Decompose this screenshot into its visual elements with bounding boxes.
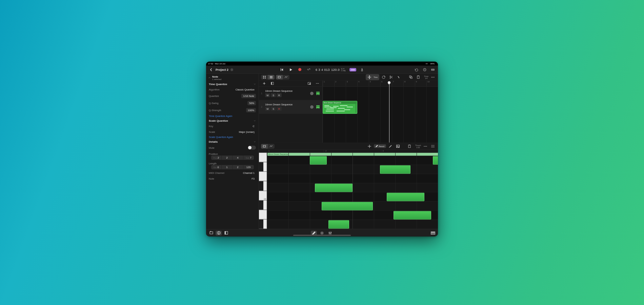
scale-quantize-again-button[interactable]: Scale Quantize Again [206, 135, 259, 139]
metronome-button[interactable] [359, 66, 365, 73]
trim-tool-segment[interactable]: Trim [366, 74, 379, 80]
go-to-start-button[interactable] [279, 66, 285, 73]
photo-tool-button[interactable] [395, 143, 401, 149]
back-button[interactable] [208, 66, 214, 73]
midi-note[interactable] [315, 184, 353, 192]
piano-more-button[interactable] [422, 143, 428, 149]
view-list-button[interactable] [268, 75, 275, 79]
label-scale: Scale [209, 130, 215, 134]
row-scale[interactable]: Scale Major (Ionian) [206, 129, 259, 135]
piano-rect-view-button[interactable] [261, 144, 268, 148]
piano-view-segment[interactable] [261, 144, 275, 148]
piano-keyboard[interactable]: C3 [259, 153, 267, 229]
svg-rect-13 [270, 76, 273, 77]
thresh-display[interactable]: Thresh 1/32 [415, 144, 421, 148]
svg-rect-71 [434, 231, 434, 233]
piano-grid[interactable]: 16mm Dream Sequence [267, 153, 438, 229]
region-resize-handle[interactable] [356, 104, 357, 113]
time-quantize-again-button[interactable]: Time Quantize Again [206, 114, 259, 118]
add-track-button[interactable] [261, 80, 267, 86]
project-options-button[interactable] [230, 68, 233, 71]
pencil-icon [376, 145, 378, 147]
pencil-tool-button[interactable]: Pencil [374, 144, 386, 148]
row-qstrength[interactable]: Q-Strength 100% [206, 107, 259, 114]
row-key[interactable]: Key C [206, 123, 259, 129]
row-qswing[interactable]: Q-Swing 50% [206, 100, 259, 107]
midi-note[interactable] [322, 202, 373, 210]
midi-note[interactable] [310, 156, 327, 165]
info-button[interactable] [216, 230, 222, 235]
collapse-up-icon[interactable] [208, 76, 211, 79]
piano-paste-button[interactable] [406, 143, 412, 149]
track-filter-button[interactable] [269, 80, 275, 86]
piano-menu-button[interactable] [430, 143, 436, 149]
volume-knob[interactable] [310, 105, 314, 108]
piano-automation-view-button[interactable] [268, 144, 275, 148]
view-mode-segment[interactable] [261, 75, 275, 79]
picture-in-picture-button[interactable] [306, 80, 312, 86]
arrange-ruler[interactable]: 1 2 3 4 5 6 7 8 9 10 [323, 81, 438, 87]
row-quantize[interactable]: Quantize 1/16 Note [206, 93, 259, 100]
region-mode-segment[interactable] [276, 75, 289, 79]
toggle-editor-button[interactable] [430, 66, 436, 73]
mute-button[interactable]: M [265, 107, 270, 111]
midi-note[interactable] [380, 165, 411, 174]
record-enable-button[interactable]: R [277, 93, 282, 97]
beat-badge[interactable]: /234 [349, 68, 356, 71]
lcd-display[interactable]: 6 3 4 013 120.0 4 / 4 C maj [314, 68, 347, 71]
view-grid-button[interactable] [261, 75, 268, 79]
record-button[interactable] [297, 66, 303, 73]
project-title[interactable]: Project 2 [216, 68, 228, 71]
scissors-tool-button[interactable] [388, 74, 394, 80]
record-enable-button[interactable]: R [277, 107, 282, 111]
help-button[interactable]: ? [422, 66, 428, 73]
solo-button[interactable]: S [271, 107, 276, 111]
track-header-2[interactable]: 2 16mm Dream Sequence M S R [259, 100, 322, 114]
mute-toggle[interactable] [248, 146, 256, 150]
solo-button[interactable]: S [271, 93, 276, 97]
row-length-label: Length [206, 161, 259, 165]
section-details[interactable]: Details [206, 139, 259, 144]
cycle-button[interactable] [305, 66, 311, 73]
midi-note[interactable] [328, 220, 349, 229]
midi-region[interactable]: 8mm Dream Sequence [323, 101, 357, 114]
row-note[interactable]: Note F3 [206, 176, 259, 182]
row-midi-channel[interactable]: MIDI Channel Channel 1 [206, 170, 259, 176]
thresh-value: 1/32 [415, 146, 421, 148]
midi-note[interactable] [387, 193, 424, 201]
mute-button[interactable]: M [265, 93, 270, 97]
volume-knob[interactable] [310, 92, 314, 95]
section-scale-quantize[interactable]: Scale Quantize [206, 118, 259, 123]
brush-tool-button[interactable] [387, 143, 394, 149]
loop-tool-button[interactable] [381, 74, 387, 80]
region-automation-button[interactable] [283, 75, 289, 79]
track-header-1[interactable]: 1 16mm Dream Sequence M S R [259, 87, 322, 100]
section-time-quantize[interactable]: Time Quantize [206, 82, 259, 87]
instrument-icon[interactable] [316, 91, 320, 96]
region-rect-button[interactable] [276, 75, 283, 79]
midi-note[interactable] [433, 156, 438, 165]
browser-button[interactable] [208, 230, 214, 235]
piano-ruler[interactable]: 1 2 3 [259, 150, 438, 153]
library-button[interactable] [223, 230, 229, 235]
join-tool-button[interactable] [396, 74, 402, 80]
keyboard-button[interactable] [430, 230, 436, 235]
arrange-area[interactable]: 1 2 3 4 5 6 7 8 9 10 [323, 81, 438, 143]
inspector-header: Note 1 selected [206, 74, 259, 82]
paste-tool-button[interactable] [415, 74, 421, 80]
play-button[interactable] [288, 66, 294, 73]
row-algorithm[interactable]: Algorithm Classic Quantize [206, 87, 259, 93]
position-stepper[interactable]: Pos 2 2 4 Sub 7 [211, 156, 254, 160]
midi-note[interactable] [394, 211, 431, 220]
label-quantize: Quantize [209, 95, 219, 98]
piano-move-tool-button[interactable] [366, 143, 373, 149]
length-stepper[interactable]: Bar 0 1 2 129 [211, 165, 254, 169]
ruler-tick: 10 [426, 81, 438, 86]
snap-display[interactable]: Snap 1/4 [424, 75, 428, 79]
tracks-more-button[interactable] [430, 74, 436, 80]
playhead[interactable] [389, 81, 389, 143]
copy-tool-button[interactable] [408, 74, 414, 80]
instrument-icon[interactable] [316, 104, 320, 109]
tracks-header-more-button[interactable] [314, 80, 320, 86]
undo-button[interactable] [414, 66, 420, 73]
